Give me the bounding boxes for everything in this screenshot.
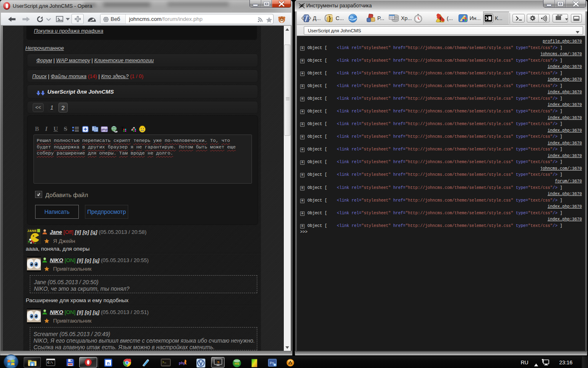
svg-text:C:\: C:\: [47, 361, 53, 364]
svg-text:S: S: [217, 360, 220, 364]
svg-text:JANE: JANE: [27, 229, 37, 233]
svg-text:HS: HS: [234, 362, 239, 366]
svg-text:php: php: [101, 128, 107, 131]
svg-text:n: n: [107, 361, 110, 366]
svg-text:}: }: [329, 15, 331, 22]
